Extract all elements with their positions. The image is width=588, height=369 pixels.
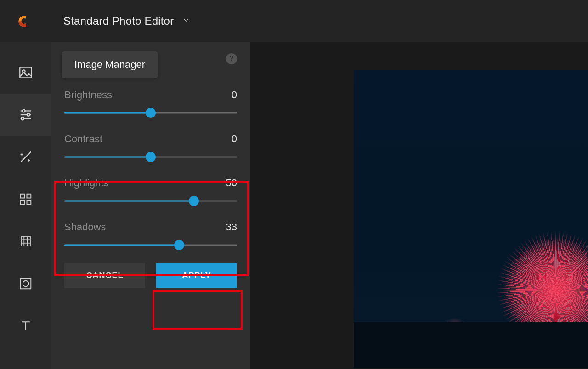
apply-button[interactable]: APPLY	[156, 263, 237, 288]
slider-label: Highlights	[64, 177, 109, 189]
image-manager-tool[interactable]	[0, 51, 51, 94]
shadows-slider[interactable]	[64, 240, 237, 250]
slider-controls: Brightness 0 Contrast 0 Highlights	[64, 89, 237, 250]
svg-rect-9	[27, 194, 31, 198]
panel-tooltip-label: Image Manager	[74, 59, 145, 70]
svg-point-5	[27, 113, 30, 116]
effects-tool[interactable]	[0, 136, 51, 178]
apply-label: APPLY	[182, 271, 211, 280]
slider-label: Contrast	[64, 133, 102, 145]
top-bar: Standard Photo Editor	[0, 0, 588, 42]
skyline-graphic	[354, 304, 588, 368]
svg-rect-10	[21, 201, 25, 205]
shadows-control: Shadows 33	[64, 221, 237, 250]
help-glyph: ?	[229, 55, 234, 63]
cancel-label: CANCEL	[86, 271, 124, 280]
chevron-down-icon	[182, 16, 190, 26]
canvas-area	[250, 42, 588, 369]
shape-tool[interactable]	[0, 263, 51, 305]
crop-tool[interactable]	[0, 220, 51, 263]
contrast-slider[interactable]	[64, 152, 237, 162]
tool-rail	[0, 42, 51, 369]
adjust-tool[interactable]	[0, 94, 51, 136]
slider-value: 0	[232, 89, 237, 101]
svg-rect-17	[21, 279, 31, 289]
slider-value: 50	[226, 177, 237, 189]
svg-rect-8	[21, 194, 25, 198]
adjust-panel: Image Manager ? Brightness 0 Contrast 0	[51, 42, 250, 369]
svg-rect-11	[27, 201, 31, 205]
slider-value: 33	[226, 221, 237, 233]
slider-value: 0	[232, 133, 237, 145]
highlights-slider[interactable]	[64, 196, 237, 206]
brightness-slider[interactable]	[64, 108, 237, 117]
highlights-control: Highlights 50	[64, 177, 237, 206]
slider-label: Brightness	[64, 89, 112, 101]
text-tool[interactable]	[0, 305, 51, 347]
cancel-button[interactable]: CANCEL	[64, 263, 145, 288]
grid-tool[interactable]	[0, 178, 51, 220]
panel-tooltip: Image Manager	[62, 51, 158, 78]
brightness-control: Brightness 0	[64, 89, 237, 117]
app-title: Standard Photo Editor	[63, 15, 174, 28]
svg-point-7	[21, 117, 24, 120]
action-buttons: CANCEL APPLY	[64, 263, 237, 288]
app-logo	[13, 12, 31, 30]
mode-selector[interactable]: Standard Photo Editor	[63, 15, 190, 28]
contrast-control: Contrast 0	[64, 133, 237, 162]
svg-point-3	[23, 110, 25, 112]
svg-rect-12	[21, 237, 30, 246]
slider-label: Shadows	[64, 221, 106, 233]
svg-point-18	[23, 281, 29, 287]
svg-rect-0	[20, 67, 32, 78]
help-icon[interactable]: ?	[226, 53, 237, 64]
main-area: Image Manager ? Brightness 0 Contrast 0	[0, 42, 588, 369]
image-preview[interactable]	[354, 70, 588, 368]
